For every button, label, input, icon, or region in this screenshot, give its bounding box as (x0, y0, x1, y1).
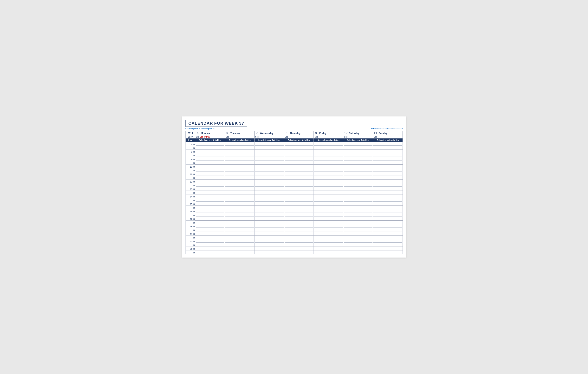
activity-cell-hour-16-day-1[interactable] (225, 209, 254, 213)
activity-cell-half-7-day-4[interactable] (314, 146, 343, 150)
activity-cell-half-10-day-4[interactable] (314, 168, 343, 172)
activity-cell-half-15-day-1[interactable] (225, 206, 254, 209)
activity-cell-half-8-day-6[interactable] (373, 153, 402, 157)
activity-cell-hour-8-day-0[interactable] (195, 150, 225, 153)
activity-cell-hour-17-day-5[interactable] (343, 217, 373, 221)
activity-cell-hour-20-day-6[interactable] (373, 239, 402, 243)
activity-cell-half-11-day-5[interactable] (343, 176, 373, 180)
activity-cell-half-16-day-1[interactable] (225, 213, 254, 217)
activity-cell-half-8-day-4[interactable] (314, 153, 343, 157)
activity-cell-half-11-day-4[interactable] (314, 176, 343, 180)
activity-cell-half-21-day-1[interactable] (225, 250, 254, 254)
activity-cell-hour-16-day-2[interactable] (254, 209, 284, 213)
activity-cell-half-9-day-0[interactable] (195, 161, 225, 165)
right-link[interactable]: more calendars at excelcalendars.com (371, 128, 402, 130)
activity-cell-hour-12-day-6[interactable] (373, 180, 402, 183)
activity-cell-half-18-day-6[interactable] (373, 228, 402, 232)
activity-cell-hour-17-day-4[interactable] (314, 217, 343, 221)
activity-cell-half-7-day-6[interactable] (373, 146, 402, 150)
activity-cell-hour-19-day-0[interactable] (195, 232, 225, 235)
activity-cell-half-15-day-0[interactable] (195, 206, 225, 209)
activity-cell-half-19-day-2[interactable] (254, 235, 284, 239)
activity-cell-hour-21-day-1[interactable] (225, 247, 254, 250)
activity-cell-hour-15-day-3[interactable] (284, 202, 314, 206)
activity-cell-hour-7-day-6[interactable] (373, 142, 402, 146)
activity-cell-hour-14-day-2[interactable] (254, 194, 284, 198)
activity-cell-hour-11-day-2[interactable] (254, 172, 284, 176)
activity-cell-hour-16-day-6[interactable] (373, 209, 402, 213)
activity-cell-half-9-day-1[interactable] (225, 161, 254, 165)
activity-cell-hour-12-day-3[interactable] (284, 180, 314, 183)
activity-cell-half-18-day-2[interactable] (254, 228, 284, 232)
activity-cell-half-10-day-1[interactable] (225, 168, 254, 172)
activity-cell-half-14-day-6[interactable] (373, 198, 402, 202)
activity-cell-half-10-day-0[interactable] (195, 168, 225, 172)
activity-cell-hour-21-day-3[interactable] (284, 247, 314, 250)
activity-cell-half-12-day-1[interactable] (225, 183, 254, 187)
activity-cell-half-15-day-5[interactable] (343, 206, 373, 209)
activity-cell-hour-17-day-2[interactable] (254, 217, 284, 221)
activity-cell-hour-14-day-0[interactable] (195, 194, 225, 198)
activity-cell-half-18-day-4[interactable] (314, 228, 343, 232)
activity-cell-half-18-day-1[interactable] (225, 228, 254, 232)
activity-cell-hour-15-day-4[interactable] (314, 202, 343, 206)
activity-cell-half-14-day-4[interactable] (314, 198, 343, 202)
activity-cell-half-13-day-3[interactable] (284, 191, 314, 194)
activity-cell-hour-8-day-2[interactable] (254, 150, 284, 153)
activity-cell-hour-12-day-5[interactable] (343, 180, 373, 183)
activity-cell-hour-16-day-3[interactable] (284, 209, 314, 213)
activity-cell-half-13-day-5[interactable] (343, 191, 373, 194)
activity-cell-half-20-day-1[interactable] (225, 243, 254, 247)
activity-cell-hour-18-day-6[interactable] (373, 224, 402, 228)
activity-cell-half-16-day-2[interactable] (254, 213, 284, 217)
activity-cell-half-21-day-3[interactable] (284, 250, 314, 254)
activity-cell-hour-21-day-2[interactable] (254, 247, 284, 250)
activity-cell-hour-10-day-1[interactable] (225, 165, 254, 168)
activity-cell-half-21-day-5[interactable] (343, 250, 373, 254)
activity-cell-half-13-day-1[interactable] (225, 191, 254, 194)
activity-cell-hour-11-day-6[interactable] (373, 172, 402, 176)
activity-cell-half-13-day-6[interactable] (373, 191, 402, 194)
activity-cell-hour-9-day-4[interactable] (314, 157, 343, 161)
activity-cell-half-14-day-3[interactable] (284, 198, 314, 202)
activity-cell-half-9-day-4[interactable] (314, 161, 343, 165)
activity-cell-hour-20-day-2[interactable] (254, 239, 284, 243)
activity-cell-half-12-day-0[interactable] (195, 183, 225, 187)
activity-cell-half-16-day-0[interactable] (195, 213, 225, 217)
activity-cell-hour-13-day-1[interactable] (225, 187, 254, 191)
activity-cell-half-8-day-5[interactable] (343, 153, 373, 157)
activity-cell-hour-20-day-0[interactable] (195, 239, 225, 243)
activity-cell-hour-7-day-0[interactable] (195, 142, 225, 146)
activity-cell-hour-11-day-1[interactable] (225, 172, 254, 176)
activity-cell-half-21-day-0[interactable] (195, 250, 225, 254)
activity-cell-hour-12-day-0[interactable] (195, 180, 225, 183)
activity-cell-half-11-day-1[interactable] (225, 176, 254, 180)
activity-cell-hour-10-day-0[interactable] (195, 165, 225, 168)
activity-cell-half-21-day-4[interactable] (314, 250, 343, 254)
activity-cell-half-12-day-6[interactable] (373, 183, 402, 187)
activity-cell-hour-12-day-1[interactable] (225, 180, 254, 183)
activity-cell-half-16-day-6[interactable] (373, 213, 402, 217)
activity-cell-half-12-day-5[interactable] (343, 183, 373, 187)
activity-cell-half-18-day-3[interactable] (284, 228, 314, 232)
activity-cell-hour-20-day-4[interactable] (314, 239, 343, 243)
activity-cell-hour-12-day-2[interactable] (254, 180, 284, 183)
activity-cell-hour-21-day-6[interactable] (373, 247, 402, 250)
activity-cell-half-19-day-5[interactable] (343, 235, 373, 239)
activity-cell-half-18-day-0[interactable] (195, 228, 225, 232)
activity-cell-hour-13-day-2[interactable] (254, 187, 284, 191)
activity-cell-hour-12-day-4[interactable] (314, 180, 343, 183)
activity-cell-hour-13-day-6[interactable] (373, 187, 402, 191)
activity-cell-hour-9-day-6[interactable] (373, 157, 402, 161)
activity-cell-half-8-day-0[interactable] (195, 153, 225, 157)
activity-cell-half-14-day-2[interactable] (254, 198, 284, 202)
activity-cell-hour-18-day-4[interactable] (314, 224, 343, 228)
activity-cell-half-15-day-3[interactable] (284, 206, 314, 209)
activity-cell-half-7-day-1[interactable] (225, 146, 254, 150)
activity-cell-half-17-day-4[interactable] (314, 221, 343, 224)
activity-cell-hour-20-day-5[interactable] (343, 239, 373, 243)
activity-cell-half-9-day-6[interactable] (373, 161, 402, 165)
activity-cell-hour-19-day-1[interactable] (225, 232, 254, 235)
activity-cell-half-7-day-5[interactable] (343, 146, 373, 150)
activity-cell-half-12-day-4[interactable] (314, 183, 343, 187)
